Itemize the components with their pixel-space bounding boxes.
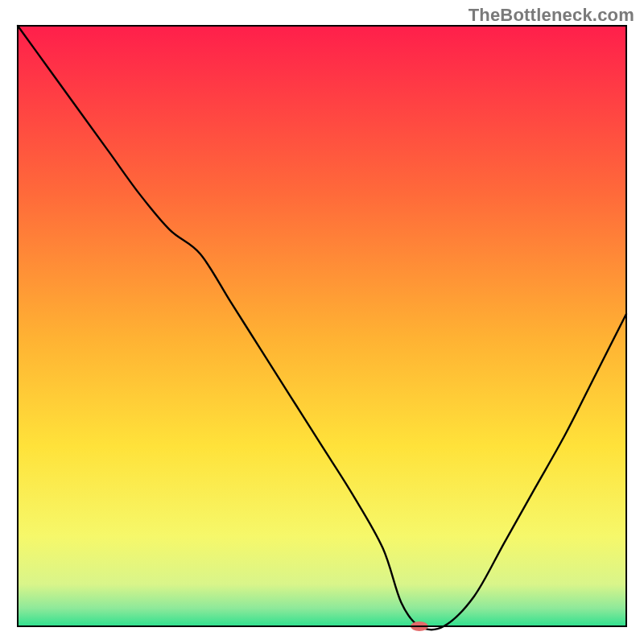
bottleneck-chart xyxy=(0,0,644,644)
watermark-text: TheBottleneck.com xyxy=(469,5,634,26)
plot-background xyxy=(18,26,626,626)
chart-stage: TheBottleneck.com xyxy=(0,0,644,644)
